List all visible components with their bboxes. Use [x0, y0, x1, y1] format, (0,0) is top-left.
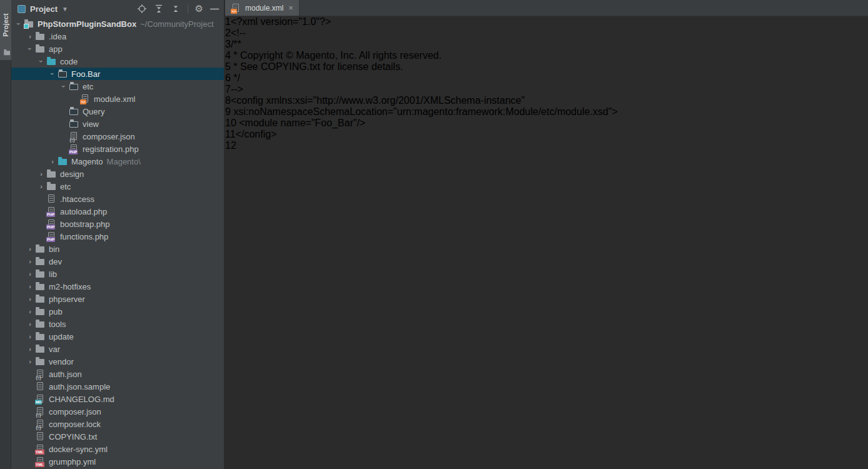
chevron-right-icon[interactable]: › [25, 293, 35, 305]
tree-item-label: auth.json.sample [49, 382, 110, 391]
chevron-right-icon[interactable]: › [48, 155, 58, 168]
tree-item-bin[interactable]: ›bin [11, 243, 224, 255]
tree-item-docker-sync-yml[interactable]: ›YMLdocker-sync.yml [11, 443, 224, 455]
tree-item--idea[interactable]: ›.idea [11, 30, 224, 43]
tree-item-dev[interactable]: ›dev [11, 255, 224, 268]
tree-item-code[interactable]: ›code [11, 55, 224, 68]
project-folder-icon [4, 49, 11, 56]
tree-item-etc[interactable]: ›etc [11, 180, 224, 193]
chevron-down-icon[interactable]: › [46, 69, 59, 79]
tree-item-label: dev [49, 257, 62, 266]
code-line-5[interactable]: 5 * See COPYING.txt for license details. [225, 61, 868, 73]
tree-item-etc[interactable]: ›etc [11, 80, 224, 93]
chevron-right-icon[interactable]: › [36, 168, 46, 180]
folder-mod-icon [69, 106, 79, 116]
folder-mod-icon [69, 119, 79, 129]
tree-item-label: auth.json [49, 370, 82, 379]
code-line-8[interactable]: 8<config xmlns:xsi="http://www.w3.org/20… [225, 95, 868, 106]
tree-item-foo-bar[interactable]: ›Foo.Bar [11, 68, 224, 80]
tree-item-phpstormpluginsandbox[interactable]: ›PhpStormPluginSandBox~/CommunityProject [11, 18, 224, 30]
tab-close-icon[interactable]: × [288, 4, 293, 12]
tree-item-label: COPYING.txt [49, 432, 97, 441]
chevron-down-icon[interactable]: › [35, 56, 48, 66]
chevron-right-icon[interactable]: › [25, 330, 35, 343]
chevron-right-icon[interactable]: › [25, 243, 35, 255]
tree-item-bootstrap-php[interactable]: ›PHPbootstrap.php [11, 218, 224, 230]
tree-item-composer-lock[interactable]: ›{;}composer.lock [11, 418, 224, 430]
chevron-right-icon[interactable]: › [25, 355, 35, 368]
chevron-right-icon[interactable]: › [25, 255, 35, 268]
tree-item-pub[interactable]: ›pub [11, 305, 224, 318]
tree-item-copying-txt[interactable]: ›COPYING.txt [11, 430, 224, 443]
chevron-down-icon[interactable]: › [13, 19, 25, 29]
project-view-icon [18, 5, 26, 13]
editor-area: <> module.xml × 1<?xml version="1.0"?>2<… [225, 0, 868, 469]
locate-file-icon[interactable] [137, 4, 147, 14]
chevron-right-icon[interactable]: › [25, 318, 35, 330]
chevron-right-icon[interactable]: › [36, 180, 46, 193]
folder-icon [35, 244, 46, 254]
code-lines: 1<?xml version="1.0"?>2<!--3/**4 * Copyr… [225, 16, 868, 151]
folder-icon [46, 181, 57, 191]
code-editor[interactable]: 1<?xml version="1.0"?>2<!--3/**4 * Copyr… [225, 16, 868, 151]
tree-item-query[interactable]: ›Query [11, 105, 224, 118]
tree-item-m2-hotfixes[interactable]: ›m2-hotfixes [11, 280, 224, 293]
code-line-10[interactable]: 10 <module name="Foo_Bar"/> [225, 118, 868, 129]
tree-item-phpserver[interactable]: ›phpserver [11, 293, 224, 305]
settings-gear-icon[interactable]: ⚙ [195, 4, 203, 13]
chevron-right-icon[interactable]: › [25, 305, 35, 318]
file-php-icon: PHP [46, 219, 57, 229]
tree-item-label: design [60, 169, 84, 179]
tree-item-design[interactable]: ›design [11, 168, 224, 180]
tree-item-composer-json[interactable]: ›{;}composer.json [11, 405, 224, 418]
tree-item-vendor[interactable]: ›vendor [11, 355, 224, 368]
chevron-right-icon[interactable]: › [25, 30, 35, 43]
chevron-down-icon[interactable]: › [58, 81, 70, 91]
code-text: --> [231, 84, 243, 94]
project-panel-title[interactable]: Project [30, 4, 58, 14]
tree-item-var[interactable]: ›var [11, 343, 224, 355]
tree-item-composer-json[interactable]: ›{;}composer.json [11, 130, 224, 143]
tree-item-tools[interactable]: ›tools [11, 318, 224, 330]
chevron-right-icon[interactable]: › [25, 280, 35, 293]
tree-item-functions-php[interactable]: ›PHPfunctions.php [11, 230, 224, 243]
tab-module-xml[interactable]: <> module.xml × [225, 0, 300, 16]
tree-item-label: tools [49, 320, 66, 329]
code-line-9[interactable]: 9 xsi:noNamespaceSchemaLocation="urn:mag… [225, 106, 868, 118]
code-line-6[interactable]: 6 */ [225, 73, 868, 84]
tree-item-label: module.xml [94, 94, 135, 104]
tree-item--htaccess[interactable]: ›.htaccess [11, 193, 224, 205]
tree-item-lib[interactable]: ›lib [11, 268, 224, 280]
file-php-icon: PHP [69, 144, 79, 154]
tree-item-view[interactable]: ›view [11, 118, 224, 130]
tree-item-module-xml[interactable]: ›<>module.xml [11, 93, 224, 105]
code-line-1[interactable]: 1<?xml version="1.0"?> [225, 16, 868, 28]
hide-panel-icon[interactable]: — [210, 6, 219, 12]
chevron-right-icon[interactable]: › [25, 343, 35, 355]
tree-item-grumphp-yml[interactable]: ›YMLgrumphp.yml [11, 455, 224, 468]
tree-item-magento[interactable]: ›MagentoMagento\ [11, 155, 224, 168]
chevron-down-icon[interactable]: ▼ [62, 6, 68, 13]
tree-item-update[interactable]: ›update [11, 330, 224, 343]
expand-all-icon[interactable] [154, 4, 164, 14]
code-line-12[interactable]: 12 [225, 140, 868, 151]
tree-item-label: docker-sync.yml [49, 445, 108, 454]
code-line-3[interactable]: 3/** [225, 39, 868, 50]
collapse-all-icon[interactable] [171, 4, 181, 14]
tree-item-auth-json-sample[interactable]: ›auth.json.sample [11, 380, 224, 393]
chevron-down-icon[interactable]: › [24, 44, 36, 54]
line-number: 5 [225, 61, 231, 72]
code-line-2[interactable]: 2<!-- [225, 28, 868, 39]
chevron-right-icon[interactable]: › [25, 268, 35, 280]
tree-item-changelog-md[interactable]: ›MDCHANGELOG.md [11, 393, 224, 405]
folder-icon [35, 31, 46, 41]
project-tool-window-button[interactable]: Project [0, 0, 11, 60]
tree-item-app[interactable]: ›app [11, 43, 224, 55]
tree-item-auth-json[interactable]: ›{;}auth.json [11, 368, 224, 380]
code-line-11[interactable]: 11</config> [225, 129, 868, 140]
file-json-icon: {;} [35, 419, 46, 429]
code-line-4[interactable]: 4 * Copyright © Magento, Inc. All rights… [225, 50, 868, 61]
tree-item-registration-php[interactable]: ›PHPregistration.php [11, 143, 224, 155]
code-line-7[interactable]: 7--> [225, 84, 868, 95]
tree-item-autoload-php[interactable]: ›PHPautoload.php [11, 205, 224, 218]
